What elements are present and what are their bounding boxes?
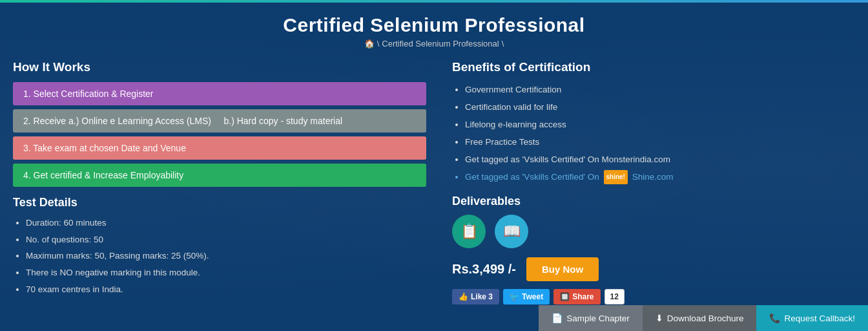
breadcrumb: 🏠 \ Certified Selenium Professional \ [0,39,868,48]
step-3: 3. Take exam at chosen Date and Venue [13,136,426,160]
list-item: Maximum marks: 50, Passing marks: 25 (50… [26,248,426,264]
sample-chapter-icon: 📄 [552,313,563,323]
deliverables-icons: 📋 📖 [452,215,710,248]
list-item: 70 exam centres in India. [26,281,426,298]
breadcrumb-separator2: \ [502,39,504,48]
book-icon: 📖 [503,223,521,240]
request-callback-label: Request Callback! [784,314,855,323]
thumbs-up-icon: 👍 [459,292,468,301]
step-1: 1. Select Certification & Register [13,82,426,105]
benefits-list: Government Certification Certification v… [452,81,710,186]
benefits-title: Benefits of Certification [452,60,710,74]
benefit-item: Government Certification [465,81,710,98]
buy-now-button[interactable]: Buy Now [526,257,599,281]
left-column: How It Works 1. Select Certification & R… [13,60,426,304]
tweet-label: Tweet [522,292,543,301]
phone-icon: 📞 [769,313,780,323]
right-column: Benefits of Certification Government Cer… [452,60,710,304]
deliverables-section: Deliverables 📋 📖 [452,195,710,248]
price-row: Rs.3,499 /- Buy Now [452,257,710,281]
benefit-item: Free Practice Tests [465,133,710,151]
step-4: 4. Get certified & Increase Employabilit… [13,164,426,187]
list-item: No. of questions: 50 [26,231,426,248]
sample-chapter-button[interactable]: 📄 Sample Chapter [539,305,643,331]
share-button[interactable]: 🔲 Share [553,289,600,304]
download-icon: ⬇ [656,313,663,323]
download-brochure-label: Download Brochure [667,314,744,323]
benefit-item: Get tagged as 'Vskills Certified' On shi… [465,168,710,186]
twitter-icon: 🐦 [510,292,519,301]
step-1-label: 1. Select Certification & Register [23,89,154,99]
how-it-works-title: How It Works [13,60,426,74]
share-label: Share [572,292,594,301]
step-2: 2. Receive a.) Online e Learning Access … [13,109,426,133]
step-2-label: 2. Receive a.) Online e Learning Access … [23,116,342,126]
benefit-item: Get tagged as 'Vskills Certified' On Mon… [465,151,710,168]
main-content: How It Works 1. Select Certification & R… [0,54,868,304]
list-item: Duration: 60 minutes [26,215,426,231]
checklist-icon: 📋 [460,223,478,240]
tweet-button[interactable]: 🐦 Tweet [503,289,550,304]
share-icon: 🔲 [560,292,570,301]
deliverable-icon-book: 📖 [495,215,528,248]
test-details-section: Test Details Duration: 60 minutes No. of… [13,196,426,297]
test-details-title: Test Details [13,196,426,209]
benefit-item: Certification valid for life [465,98,710,116]
deliverables-title: Deliverables [452,195,710,208]
benefits-section: Benefits of Certification Government Cer… [452,60,710,186]
breadcrumb-current: Certified Selenium Professional [382,39,499,48]
page-title: Certified Selenium Professional [0,14,868,36]
breadcrumb-separator: \ [377,39,380,48]
share-count: 12 [604,289,625,304]
benefit-item: Lifelong e-learning access [465,116,710,133]
price-label: Rs.3,499 /- [452,262,516,277]
request-callback-button[interactable]: 📞 Request Callback! [756,305,868,331]
sample-chapter-label: Sample Chapter [566,314,630,323]
deliverable-icon-checklist: 📋 [452,215,486,248]
bottom-bar: 📄 Sample Chapter ⬇ Download Brochure 📞 R… [539,305,868,331]
social-row: 👍 Like 3 🐦 Tweet 🔲 Share 12 [452,289,710,304]
download-brochure-button[interactable]: ⬇ Download Brochure [643,305,757,331]
page-header: Certified Selenium Professional 🏠 \ Cert… [0,3,868,54]
how-it-works-section: How It Works 1. Select Certification & R… [13,60,426,187]
list-item: There is NO negative marking in this mod… [26,264,426,281]
step-3-label: 3. Take exam at chosen Date and Venue [23,143,186,153]
like-button[interactable]: 👍 Like 3 [452,289,499,304]
shine-badge: shine! [604,170,628,184]
step-4-label: 4. Get certified & Increase Employabilit… [23,170,183,180]
home-icon: 🏠 [364,39,375,48]
like-label: Like 3 [471,292,493,301]
test-details-list: Duration: 60 minutes No. of questions: 5… [13,215,426,297]
